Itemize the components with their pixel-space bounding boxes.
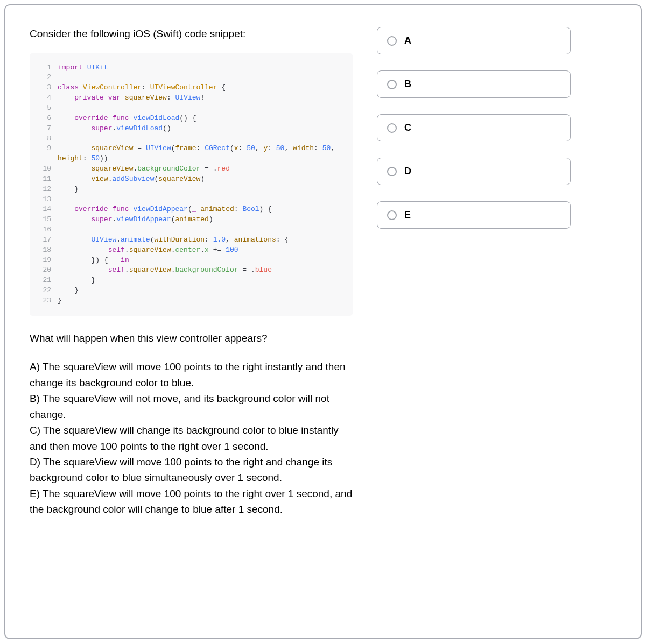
answer-e-text: E) The squareView will move 100 points t… [30, 486, 353, 518]
code-line: 5 [37, 103, 345, 114]
code-content: } [58, 286, 345, 296]
code-line: 15 super.viewDidAppear(animated) [37, 215, 345, 225]
code-content: private var squareView: UIView! [58, 93, 345, 103]
code-content: self.squareView.center.x += 100 [58, 245, 345, 256]
radio-icon [387, 80, 397, 89]
code-line: 8 [37, 134, 345, 144]
line-number: 4 [37, 93, 51, 103]
code-line: 12 } [37, 185, 345, 195]
radio-icon [387, 167, 397, 176]
code-content: self.squareView.backgroundColor = .blue [58, 265, 345, 275]
line-number: 5 [37, 103, 51, 114]
code-line: 17 UIView.animate(withDuration: 1.0, ani… [37, 235, 345, 245]
line-number: 14 [37, 204, 51, 215]
code-content: } [58, 185, 345, 195]
line-number: 1 [37, 63, 51, 73]
code-content: }) { _ in [58, 256, 345, 266]
code-line: 13 [37, 195, 345, 205]
code-content: UIView.animate(withDuration: 1.0, animat… [58, 235, 345, 245]
answer-b-text: B) The squareView will not move, and its… [30, 391, 353, 422]
code-content: } [58, 275, 345, 286]
option-d-button[interactable]: D [377, 158, 571, 185]
code-content: override func viewDidAppear(_ animated: … [58, 204, 345, 215]
code-content: squareView = UIView(frame: CGRect(x: 50,… [58, 144, 345, 164]
option-e-button[interactable]: E [377, 201, 571, 229]
line-number: 20 [37, 265, 51, 275]
line-number: 17 [37, 235, 51, 245]
code-line: 6 override func viewDidLoad() { [37, 114, 345, 124]
code-line: 2 [37, 73, 345, 83]
option-label: A [404, 35, 411, 46]
code-line: 20 self.squareView.backgroundColor = .bl… [37, 265, 345, 275]
code-line: 3class ViewController: UIViewController … [37, 83, 345, 93]
code-line: 11 view.addSubview(squareView) [37, 174, 345, 185]
line-number: 22 [37, 286, 51, 296]
code-content: super.viewDidAppear(animated) [58, 215, 345, 225]
question-card: Consider the following iOS (Swift) code … [4, 4, 642, 639]
question-prompt: Consider the following iOS (Swift) code … [30, 27, 353, 41]
code-content: super.viewDidLoad() [58, 124, 345, 134]
line-number: 11 [37, 174, 51, 185]
code-line: 14 override func viewDidAppear(_ animate… [37, 204, 345, 215]
question-column: Consider the following iOS (Swift) code … [30, 27, 353, 617]
option-label: D [404, 166, 411, 177]
answer-a-text: A) The squareView will move 100 points t… [30, 359, 353, 391]
code-content: import UIKit [58, 63, 345, 73]
code-line: 7 super.viewDidLoad() [37, 124, 345, 134]
code-content: } [58, 296, 345, 306]
code-content: view.addSubview(squareView) [58, 174, 345, 185]
line-number: 6 [37, 114, 51, 124]
line-number: 23 [37, 296, 51, 306]
options-column: A B C D E [377, 27, 571, 617]
line-number: 19 [37, 256, 51, 266]
code-content: override func viewDidLoad() { [58, 114, 345, 124]
code-content: squareView.backgroundColor = .red [58, 164, 345, 174]
radio-icon [387, 36, 397, 46]
answer-c-text: C) The squareView will change its backgr… [30, 422, 353, 454]
option-label: B [404, 79, 411, 90]
line-number: 8 [37, 134, 51, 144]
code-line: 16 [37, 225, 345, 235]
line-number: 16 [37, 225, 51, 235]
code-line: 21 } [37, 275, 345, 286]
code-content: class ViewController: UIViewController { [58, 83, 345, 93]
code-line: 4 private var squareView: UIView! [37, 93, 345, 103]
line-number: 7 [37, 124, 51, 134]
line-number: 15 [37, 215, 51, 225]
line-number: 18 [37, 245, 51, 256]
code-line: 22 } [37, 286, 345, 296]
line-number: 2 [37, 73, 51, 83]
code-line: 18 self.squareView.center.x += 100 [37, 245, 345, 256]
code-line: 19 }) { _ in [37, 256, 345, 266]
line-number: 10 [37, 164, 51, 174]
line-number: 12 [37, 185, 51, 195]
code-line: 1import UIKit [37, 63, 345, 73]
line-number: 13 [37, 195, 51, 205]
code-line: 23} [37, 296, 345, 306]
option-a-button[interactable]: A [377, 27, 571, 54]
answer-choices-text: A) The squareView will move 100 points t… [30, 359, 353, 517]
line-number: 21 [37, 275, 51, 286]
code-line: 10 squareView.backgroundColor = .red [37, 164, 345, 174]
line-number: 3 [37, 83, 51, 93]
option-label: C [404, 122, 411, 133]
option-label: E [404, 209, 411, 221]
option-c-button[interactable]: C [377, 114, 571, 141]
radio-icon [387, 123, 397, 133]
radio-icon [387, 210, 397, 220]
code-line: 9 squareView = UIView(frame: CGRect(x: 5… [37, 144, 345, 164]
code-block: 1import UIKit23class ViewController: UIV… [30, 53, 353, 316]
option-b-button[interactable]: B [377, 70, 571, 98]
line-number: 9 [37, 144, 51, 154]
question-text: What will happen when this view controll… [30, 331, 353, 346]
answer-d-text: D) The squareView will move 100 points t… [30, 454, 353, 486]
